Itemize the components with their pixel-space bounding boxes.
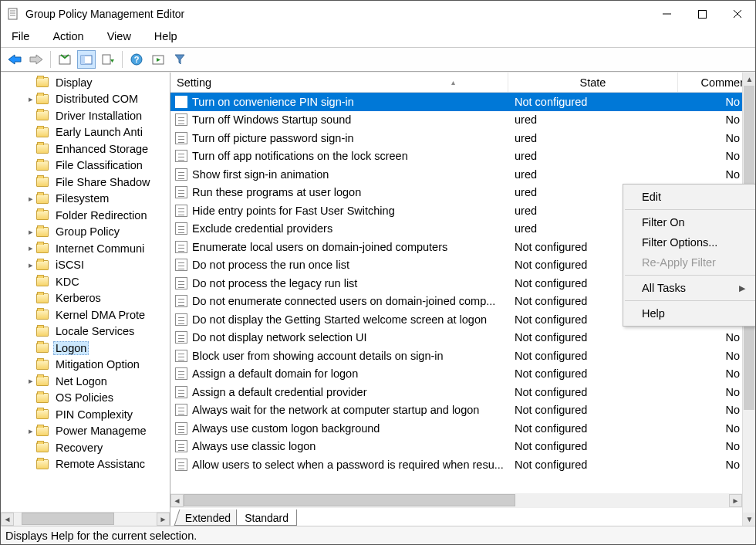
setting-icon xyxy=(175,350,187,362)
tree-item[interactable]: KDC xyxy=(1,273,170,290)
tree-item[interactable]: ▸Distributed COM xyxy=(1,91,170,108)
tree-item-label: PIN Complexity xyxy=(53,408,135,421)
help-button[interactable]: ? xyxy=(127,50,146,69)
column-header-state[interactable]: State xyxy=(508,73,678,92)
list-header: Setting▴ State Commer xyxy=(170,73,755,93)
expander-icon[interactable]: ▸ xyxy=(25,227,36,237)
tree-body[interactable]: Display▸Distributed COMDriver Installati… xyxy=(1,73,170,512)
tree-item[interactable]: ▸iSCSI xyxy=(1,257,170,274)
menu-action[interactable]: Action xyxy=(49,29,86,44)
svg-marker-19 xyxy=(175,55,184,64)
window-title: Group Policy Management Editor xyxy=(25,8,649,20)
forward-button[interactable] xyxy=(27,50,46,69)
tree-item-label: Recovery xyxy=(53,442,105,454)
tree-item[interactable]: Driver Installation xyxy=(1,107,170,124)
tree-item[interactable]: Remote Assistanc xyxy=(1,456,170,473)
column-header-setting[interactable]: Setting▴ xyxy=(170,73,508,92)
content-area: Display▸Distributed COMDriver Installati… xyxy=(1,72,755,526)
list-row[interactable]: Turn off Windows Startup sounduredNo xyxy=(170,111,755,130)
minimize-button[interactable] xyxy=(649,1,684,27)
tree-item-label: Display xyxy=(53,76,95,89)
list-row[interactable]: Turn on convenience PIN sign-inNot confi… xyxy=(170,93,755,111)
tree-item[interactable]: ▸Net Logon xyxy=(1,373,170,390)
tree-item-label: iSCSI xyxy=(53,259,86,271)
expander-icon[interactable]: ▸ xyxy=(25,194,36,204)
expander-icon[interactable]: ▸ xyxy=(25,376,36,386)
list-row[interactable]: Show first sign-in animationuredNo xyxy=(170,165,755,184)
tree-item[interactable]: Early Launch Anti xyxy=(1,124,170,141)
all-settings-button[interactable] xyxy=(149,50,167,69)
scroll-right-button[interactable]: ► xyxy=(157,513,170,526)
menu-view[interactable]: View xyxy=(104,29,134,44)
tree-item-label: Logon xyxy=(53,341,89,355)
list-hscrollbar[interactable]: ◄ ► xyxy=(170,493,742,507)
back-button[interactable] xyxy=(5,50,24,69)
state-cell: Not configured xyxy=(508,331,678,344)
setting-label: Turn off picture password sign-in xyxy=(192,132,354,144)
list-row[interactable]: Turn off picture password sign-inuredNo xyxy=(170,129,755,147)
tree-item[interactable]: PIN Complexity xyxy=(1,406,170,423)
tree-item[interactable]: OS Policies xyxy=(1,390,170,407)
context-item-label: Filter On xyxy=(642,216,685,228)
expander-icon[interactable]: ▸ xyxy=(25,426,36,436)
tree-item[interactable]: File Classification xyxy=(1,157,170,174)
list-row[interactable]: Always use custom logon backgroundNot co… xyxy=(170,419,755,438)
context-item: Re-Apply Filter xyxy=(623,252,755,272)
maximize-button[interactable] xyxy=(684,1,720,27)
filter-button[interactable] xyxy=(170,50,189,69)
tree-item[interactable]: Kernel DMA Prote xyxy=(1,306,170,323)
tree-item[interactable]: File Share Shadow xyxy=(1,174,170,191)
hscroll-thumb[interactable] xyxy=(22,513,114,525)
list-row[interactable]: Always wait for the network at computer … xyxy=(170,401,755,420)
context-item[interactable]: Help xyxy=(623,303,755,323)
tree-item[interactable]: Locale Services xyxy=(1,323,170,340)
context-item[interactable]: Filter Options... xyxy=(623,232,755,252)
context-item[interactable]: All Tasks▶ xyxy=(623,278,755,298)
context-separator xyxy=(625,209,755,210)
tabs-strip: Extended Standard xyxy=(170,507,755,526)
sort-indicator-icon: ▴ xyxy=(451,78,455,86)
close-button[interactable] xyxy=(720,1,755,27)
setting-label: Turn off Windows Startup sound xyxy=(192,113,351,126)
list-row[interactable]: Block user from showing account details … xyxy=(170,347,755,365)
list-scroll-down-button[interactable]: ▼ xyxy=(743,513,755,526)
tree-item-label: Driver Installation xyxy=(53,110,144,122)
tab-standard[interactable]: Standard xyxy=(236,509,297,526)
list-scroll-right-button[interactable]: ► xyxy=(729,494,742,507)
list-scroll-up-button[interactable]: ▲ xyxy=(743,73,755,86)
list-row[interactable]: Assign a default domain for logonNot con… xyxy=(170,365,755,384)
menu-file[interactable]: File xyxy=(8,29,32,44)
expander-icon[interactable]: ▸ xyxy=(25,94,36,104)
tree-item[interactable]: Mitigation Option xyxy=(1,357,170,374)
list-hscroll-thumb[interactable] xyxy=(184,494,515,506)
list-scroll-left-button[interactable]: ◄ xyxy=(170,494,184,507)
tab-extended[interactable]: Extended xyxy=(174,509,242,526)
list-row[interactable]: Allow users to select when a password is… xyxy=(170,455,755,474)
menu-help[interactable]: Help xyxy=(151,29,181,44)
expander-icon[interactable]: ▸ xyxy=(25,243,36,253)
tree-item[interactable]: ▸Power Manageme xyxy=(1,423,170,440)
tree-item[interactable]: ▸Group Policy xyxy=(1,224,170,241)
show-hide-tree-button[interactable] xyxy=(77,50,96,69)
list-row[interactable]: Assign a default credential providerNot … xyxy=(170,383,755,401)
tree-item[interactable]: ▸Internet Communi xyxy=(1,240,170,257)
tree-item[interactable]: Logon xyxy=(1,340,170,357)
context-item[interactable]: Filter On xyxy=(623,212,755,232)
tree-item[interactable]: ▸Filesystem xyxy=(1,191,170,208)
policy-options-button[interactable] xyxy=(56,50,74,69)
tree-item[interactable]: Recovery xyxy=(1,439,170,456)
list-row[interactable]: Do not display network selection UINot c… xyxy=(170,329,755,347)
tree-item[interactable]: Folder Redirection xyxy=(1,207,170,224)
export-list-button[interactable] xyxy=(99,50,117,69)
tree-item[interactable]: Kerberos xyxy=(1,290,170,307)
tree-hscrollbar[interactable]: ◄ ► xyxy=(1,512,170,526)
list-row[interactable]: Turn off app notifications on the lock s… xyxy=(170,147,755,166)
tree-item[interactable]: Display xyxy=(1,74,170,91)
tree-item-label: Net Logon xyxy=(53,375,110,388)
scroll-left-button[interactable]: ◄ xyxy=(1,513,14,526)
state-cell: ured xyxy=(508,150,678,162)
expander-icon[interactable]: ▸ xyxy=(25,260,36,270)
list-row[interactable]: Always use classic logonNot configuredNo xyxy=(170,438,755,456)
tree-item[interactable]: Enhanced Storage xyxy=(1,140,170,157)
context-item[interactable]: Edit xyxy=(623,187,755,207)
